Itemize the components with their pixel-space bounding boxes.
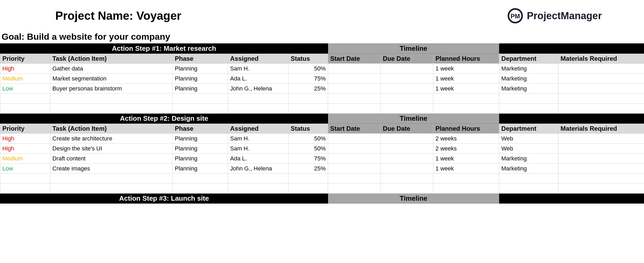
- cell-start: [328, 64, 381, 74]
- section-title: Action Step #1: Market research: [0, 44, 328, 54]
- empty-cell: [433, 174, 499, 184]
- empty-cell: [289, 184, 328, 194]
- cell-start: [328, 164, 381, 174]
- cell-materials: [558, 164, 644, 174]
- col-assigned: Assigned: [228, 124, 289, 134]
- empty-cell: [328, 94, 381, 104]
- brand-name: ProjectManager: [527, 10, 602, 22]
- cell-due: [381, 64, 433, 74]
- cell-task: Gather data: [50, 64, 173, 74]
- section-band: Action Step #3: Launch siteTimeline: [0, 194, 644, 204]
- col-assigned: Assigned: [228, 54, 289, 64]
- col-due: Due Date: [381, 124, 433, 134]
- cell-status: 50%: [289, 64, 328, 74]
- empty-cell: [289, 174, 328, 184]
- band-spacer: [499, 44, 644, 54]
- col-status: Status: [289, 54, 328, 64]
- cell-hours: 2 weeks: [433, 134, 499, 144]
- col-phase: Phase: [173, 124, 228, 134]
- empty-cell: [433, 104, 499, 114]
- column-headers: PriorityTask (Action Item)PhaseAssignedS…: [0, 54, 644, 64]
- cell-status: 25%: [289, 164, 328, 174]
- empty-cell: [173, 184, 228, 194]
- cell-task: Draft content: [50, 154, 173, 164]
- section-band: Action Step #1: Market researchTimeline: [0, 44, 644, 54]
- empty-cell: [228, 184, 289, 194]
- band-spacer: [499, 194, 644, 204]
- empty-row: [0, 94, 644, 104]
- cell-phase: Planning: [173, 84, 228, 94]
- empty-cell: [0, 174, 50, 184]
- cell-due: [381, 84, 433, 94]
- cell-priority: Medium: [0, 154, 50, 164]
- cell-task: Buyer personas brainstorm: [50, 84, 173, 94]
- section-title: Action Step #2: Design site: [0, 114, 328, 124]
- timeline-band: Timeline: [328, 194, 499, 204]
- empty-cell: [499, 104, 558, 114]
- empty-cell: [381, 184, 433, 194]
- cell-start: [328, 154, 381, 164]
- cell-status: 50%: [289, 144, 328, 154]
- cell-dept: Marketing: [499, 84, 558, 94]
- goal-heading: Goal: Build a website for your company: [0, 32, 644, 43]
- col-due: Due Date: [381, 54, 433, 64]
- col-hours: Planned Hours: [433, 124, 499, 134]
- empty-cell: [558, 184, 644, 194]
- empty-cell: [328, 184, 381, 194]
- cell-phase: Planning: [173, 64, 228, 74]
- cell-dept: Web: [499, 144, 558, 154]
- col-materials: Materials Required: [558, 124, 644, 134]
- band-spacer: [499, 114, 644, 124]
- empty-cell: [328, 104, 381, 114]
- cell-dept: Marketing: [499, 74, 558, 84]
- cell-status: 25%: [289, 84, 328, 94]
- col-priority: Priority: [0, 124, 50, 134]
- cell-hours: 1 week: [433, 74, 499, 84]
- cell-hours: 2 weeks: [433, 144, 499, 154]
- table-row: HighDesign the site's UIPlanningSam H.50…: [0, 144, 644, 154]
- empty-cell: [0, 184, 50, 194]
- empty-cell: [50, 104, 173, 114]
- col-hours: Planned Hours: [433, 54, 499, 64]
- empty-cell: [50, 94, 173, 104]
- cell-dept: Web: [499, 134, 558, 144]
- timeline-band: Timeline: [328, 114, 499, 124]
- cell-due: [381, 154, 433, 164]
- col-dept: Department: [499, 124, 558, 134]
- empty-cell: [433, 184, 499, 194]
- cell-phase: Planning: [173, 74, 228, 84]
- cell-phase: Planning: [173, 154, 228, 164]
- empty-cell: [328, 174, 381, 184]
- cell-priority: High: [0, 64, 50, 74]
- cell-materials: [558, 74, 644, 84]
- empty-cell: [173, 94, 228, 104]
- empty-cell: [381, 104, 433, 114]
- column-headers: PriorityTask (Action Item)PhaseAssignedS…: [0, 124, 644, 134]
- brand-logo: PM ProjectManager: [507, 8, 602, 24]
- cell-priority: Low: [0, 164, 50, 174]
- table-row: LowBuyer personas brainstormPlanningJohn…: [0, 84, 644, 94]
- table-row: MediumDraft contentPlanningAda L.75%1 we…: [0, 154, 644, 164]
- empty-cell: [228, 104, 289, 114]
- brand-logo-icon: PM: [507, 8, 523, 24]
- project-title: Project Name: Voyager: [55, 9, 181, 22]
- col-dept: Department: [499, 54, 558, 64]
- cell-assigned: Sam H.: [228, 144, 289, 154]
- col-start: Start Date: [328, 54, 381, 64]
- empty-cell: [433, 94, 499, 104]
- timeline-band: Timeline: [328, 44, 499, 54]
- cell-assigned: Sam H.: [228, 134, 289, 144]
- cell-hours: 1 week: [433, 64, 499, 74]
- cell-due: [381, 164, 433, 174]
- empty-cell: [50, 174, 173, 184]
- empty-cell: [499, 94, 558, 104]
- empty-cell: [289, 104, 328, 114]
- empty-cell: [558, 94, 644, 104]
- cell-status: 50%: [289, 134, 328, 144]
- section-band: Action Step #2: Design siteTimeline: [0, 114, 644, 124]
- action-plan-table: Action Step #1: Market researchTimelineP…: [0, 43, 644, 204]
- table-row: HighGather dataPlanningSam H.50%1 weekMa…: [0, 64, 644, 74]
- cell-phase: Planning: [173, 164, 228, 174]
- empty-row: [0, 174, 644, 184]
- cell-phase: Planning: [173, 144, 228, 154]
